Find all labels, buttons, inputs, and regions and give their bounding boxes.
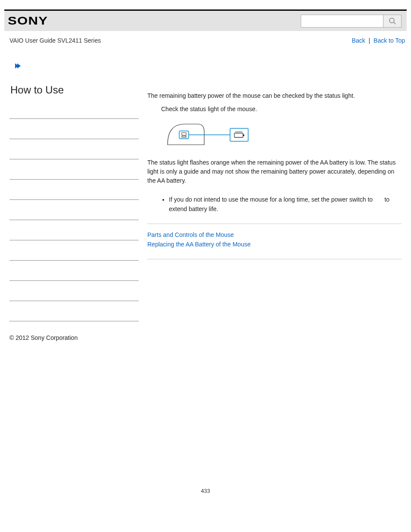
svg-line-1 xyxy=(394,22,395,24)
back-to-top-link[interactable]: Back to Top xyxy=(374,37,405,44)
sidebar-item[interactable] xyxy=(9,200,139,220)
hint-prefix: If you do not intend to use the mouse fo… xyxy=(169,196,374,203)
back-link[interactable]: Back xyxy=(352,37,365,44)
sony-logo: SONY xyxy=(8,14,48,28)
related-link-battery[interactable]: Replacing the AA Battery of the Mouse xyxy=(147,240,402,249)
content-wrap: How to Use The remaining battery power o… xyxy=(0,48,411,321)
divider xyxy=(147,259,402,259)
hint-item: If you do not intend to use the mouse fo… xyxy=(169,195,402,214)
sidebar-item[interactable] xyxy=(9,281,139,301)
arrow-icon xyxy=(15,61,139,71)
sidebar-item[interactable] xyxy=(9,180,139,200)
svg-rect-3 xyxy=(182,133,186,135)
divider xyxy=(147,224,402,224)
related-links: Parts and Controls of the Mouse Replacin… xyxy=(147,230,402,249)
svg-point-0 xyxy=(389,18,394,23)
svg-rect-6 xyxy=(230,128,248,141)
svg-rect-8 xyxy=(243,134,244,136)
search-input[interactable] xyxy=(301,15,383,27)
svg-rect-7 xyxy=(234,133,243,137)
guide-title: VAIO User Guide SVL2411 Series xyxy=(9,37,101,44)
related-link-parts[interactable]: Parts and Controls of the Mouse xyxy=(147,230,402,240)
sidebar-item[interactable] xyxy=(9,261,139,281)
search-icon xyxy=(389,17,396,25)
svg-rect-4 xyxy=(182,136,186,137)
step-text: Check the status light of the mouse. xyxy=(147,105,402,114)
hint-list: If you do not intend to use the mouse fo… xyxy=(147,195,402,214)
sub-header: VAIO User Guide SVL2411 Series Back | Ba… xyxy=(0,31,411,48)
sidebar-heading: How to Use xyxy=(9,84,139,99)
mouse-diagram xyxy=(161,119,402,150)
sidebar-item[interactable] xyxy=(9,159,139,180)
intro-text: The remaining battery power of the mouse… xyxy=(147,91,402,100)
sidebar-item[interactable] xyxy=(9,99,139,119)
sidebar-item[interactable] xyxy=(9,301,139,321)
copyright: © 2012 Sony Corporation xyxy=(0,321,411,341)
sidebar-item[interactable] xyxy=(9,240,139,261)
nav-links: Back | Back to Top xyxy=(352,37,405,44)
status-text: The status light flashes orange when the… xyxy=(147,158,402,185)
search-box xyxy=(301,15,402,28)
nav-separator: | xyxy=(369,37,371,44)
sidebar-item[interactable] xyxy=(9,220,139,240)
header-bar: SONY xyxy=(4,9,407,31)
sidebar-item[interactable] xyxy=(9,139,139,159)
page-number: 433 xyxy=(0,488,411,503)
search-button[interactable] xyxy=(383,15,401,27)
sidebar-item[interactable] xyxy=(9,119,139,139)
hint-blank xyxy=(374,196,383,203)
sidebar: How to Use xyxy=(9,57,139,321)
main-content: The remaining battery power of the mouse… xyxy=(147,57,402,321)
